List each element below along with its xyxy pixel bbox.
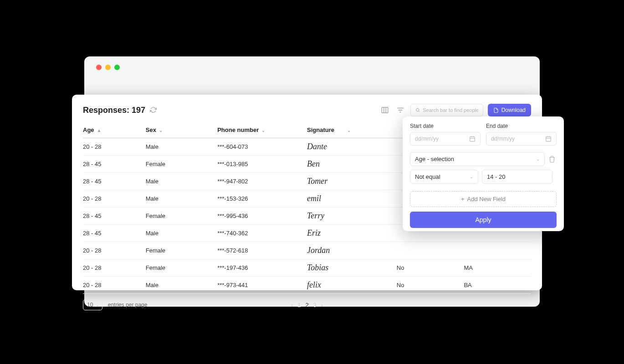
page-1[interactable]: 1 xyxy=(297,302,301,308)
window-close-icon[interactable] xyxy=(96,65,102,70)
table-row: 20 - 28Female***-572-618Jordan xyxy=(83,242,531,259)
refresh-icon[interactable] xyxy=(150,106,157,114)
cell-signature: felix xyxy=(307,277,397,294)
cell-signature: Eriz xyxy=(307,225,397,242)
cell-phone: ***-740-362 xyxy=(217,225,307,242)
entries-select[interactable]: 10 ⌄ xyxy=(83,299,102,310)
responses-title: Responses: 197 xyxy=(83,106,145,115)
columns-icon[interactable] xyxy=(379,105,390,116)
chevron-down-icon: ⌄ xyxy=(536,157,540,162)
cell-age: 28 - 45 xyxy=(83,173,146,190)
cell-age: 20 - 28 xyxy=(83,259,146,277)
table-row: 20 - 28Female***-197-436TobiasNoMA xyxy=(83,259,531,277)
cell-6 xyxy=(464,242,531,259)
header-right: Download xyxy=(379,104,531,116)
svg-point-6 xyxy=(416,108,419,111)
cell-sex: Female xyxy=(146,242,217,259)
cell-signature: Tobias xyxy=(307,259,397,277)
cell-age: 20 - 28 xyxy=(83,277,146,294)
apply-button[interactable]: Apply xyxy=(410,212,557,228)
window-maximize-icon[interactable] xyxy=(114,65,120,70)
cell-sex: Female xyxy=(146,156,217,173)
sort-asc-icon: ▲ xyxy=(97,128,102,133)
cell-phone: ***-572-618 xyxy=(217,242,307,259)
header-left: Responses: 197 xyxy=(83,106,157,115)
chevron-down-icon: ⌄ xyxy=(159,128,163,133)
cell-sex: Male xyxy=(146,190,217,207)
filter-field-row: Age - selection ⌄ xyxy=(410,152,557,166)
cell-phone: ***-973-441 xyxy=(217,277,307,294)
cell-signature: Jordan xyxy=(307,242,397,259)
svg-rect-12 xyxy=(546,136,551,142)
cell-phone: ***-197-436 xyxy=(217,259,307,277)
operator-select[interactable]: Not equal ⌄ xyxy=(410,170,478,184)
page-3[interactable]: 3 xyxy=(313,302,317,308)
cell-phone: ***-947-802 xyxy=(217,173,307,190)
date-range-row: Start date End date xyxy=(410,123,557,146)
cell-signature: Dante xyxy=(307,138,397,156)
page-2[interactable]: 2 xyxy=(305,302,308,308)
pagination: ‹ 1 2 3 › xyxy=(291,302,323,308)
start-date-input[interactable] xyxy=(410,132,481,146)
col-sex[interactable]: Sex⌄ xyxy=(146,122,217,138)
calendar-icon xyxy=(545,136,552,142)
svg-rect-0 xyxy=(382,107,388,113)
page-prev[interactable]: ‹ xyxy=(291,302,293,308)
cell-5 xyxy=(397,242,464,259)
cell-age: 20 - 28 xyxy=(83,138,146,156)
filter-value-input[interactable] xyxy=(482,170,552,184)
col-phone[interactable]: Phone number⌄ xyxy=(217,122,307,138)
cell-sex: Male xyxy=(146,173,217,190)
calendar-icon xyxy=(469,136,476,142)
download-button[interactable]: Download xyxy=(488,104,531,116)
cell-6: MA xyxy=(464,259,531,277)
plus-icon: + xyxy=(461,196,465,202)
end-date-input[interactable] xyxy=(486,132,557,146)
filter-condition-row: Not equal ⌄ xyxy=(410,170,557,184)
card-footer: 10 ⌄ entries per page ‹ 1 2 3 › xyxy=(83,299,531,310)
start-date-group: Start date xyxy=(410,123,481,146)
svg-line-7 xyxy=(419,111,419,112)
cell-signature: emil xyxy=(307,190,397,207)
cell-phone: ***-604-073 xyxy=(217,138,307,156)
cell-age: 28 - 45 xyxy=(83,156,146,173)
col-age[interactable]: Age▲ xyxy=(83,122,146,138)
cell-6: BA xyxy=(464,277,531,294)
cell-phone: ***-153-326 xyxy=(217,190,307,207)
cell-sex: Male xyxy=(146,225,217,242)
table-row: 20 - 28Male***-973-441felixNoBA xyxy=(83,277,531,294)
trash-icon[interactable] xyxy=(548,156,557,163)
cell-age: 28 - 45 xyxy=(83,225,146,242)
cell-age: 20 - 28 xyxy=(83,190,146,207)
search-box[interactable] xyxy=(410,104,483,116)
window-minimize-icon[interactable] xyxy=(105,65,111,70)
cell-sex: Male xyxy=(146,277,217,294)
chevron-down-icon: ⌄ xyxy=(347,128,351,133)
cell-sex: Female xyxy=(146,259,217,277)
title-prefix: Responses: xyxy=(83,106,129,115)
search-input[interactable] xyxy=(423,107,478,113)
start-date-label: Start date xyxy=(410,123,481,129)
cell-phone: ***-995-436 xyxy=(217,207,307,225)
page-next[interactable]: › xyxy=(321,302,323,308)
entries-per-page: 10 ⌄ entries per page xyxy=(83,299,147,310)
responses-count: 197 xyxy=(132,106,145,115)
cell-signature: Ben xyxy=(307,156,397,173)
chevron-down-icon: ⌄ xyxy=(470,174,473,179)
cell-sex: Female xyxy=(146,207,217,225)
cell-5: No xyxy=(397,259,464,277)
chevron-down-icon: ⌄ xyxy=(96,303,99,307)
field-select[interactable]: Age - selection ⌄ xyxy=(410,152,545,166)
add-field-button[interactable]: + Add New Field xyxy=(410,191,557,207)
cell-age: 28 - 45 xyxy=(83,207,146,225)
filter-panel: Start date End date Age - selection ⌄ xyxy=(403,116,564,231)
end-date-label: End date xyxy=(486,123,557,129)
window-controls xyxy=(84,56,540,70)
cell-5: No xyxy=(397,277,464,294)
cell-age: 20 - 28 xyxy=(83,242,146,259)
cell-phone: ***-013-985 xyxy=(217,156,307,173)
filter-icon[interactable] xyxy=(395,105,406,116)
cell-signature: Terry xyxy=(307,207,397,225)
col-signature[interactable]: Signature⌄ xyxy=(307,122,397,138)
entries-label: entries per page xyxy=(108,302,148,308)
